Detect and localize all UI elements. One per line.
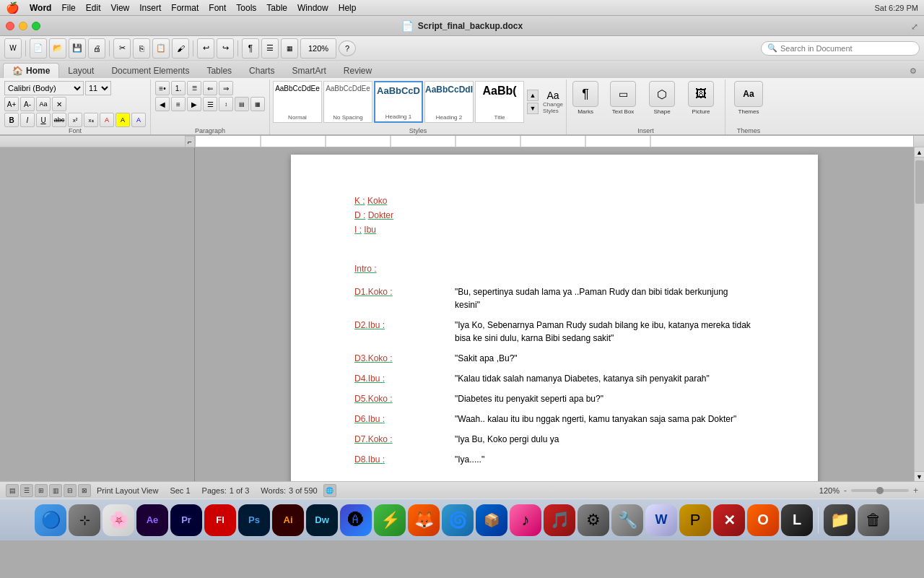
highlight-btn[interactable]: A xyxy=(116,113,130,127)
document-area[interactable]: K : Koko D : Dokter I : Ibu Intro : xyxy=(195,147,914,481)
subscript-btn[interactable]: x₂ xyxy=(84,113,98,127)
dock-item-gray1[interactable]: 🔧 xyxy=(611,504,643,536)
line-spacing-btn[interactable]: ↕ xyxy=(219,97,233,111)
strikethrough-btn[interactable]: abc xyxy=(52,113,66,127)
font-name-select[interactable]: Calibri (Body) xyxy=(4,81,84,95)
themes-insert-btn[interactable]: Aa Themes xyxy=(730,81,767,115)
minimize-button[interactable] xyxy=(19,22,27,30)
align-center-btn[interactable]: ≡ xyxy=(171,97,186,111)
menu-edit[interactable]: Edit xyxy=(86,3,101,13)
zoom-select[interactable]: 120% xyxy=(300,38,336,59)
justify-btn[interactable]: ☰ xyxy=(203,97,217,111)
ribbon-options-btn[interactable]: ⚙ xyxy=(905,64,921,78)
zoom-slider-track[interactable] xyxy=(851,489,909,492)
dock-item-red[interactable]: 🎵 xyxy=(544,504,575,536)
decrease-indent-btn[interactable]: ⇐ xyxy=(203,81,217,95)
grow-font-btn[interactable]: A+ xyxy=(4,97,19,111)
zoom-minus-btn[interactable]: - xyxy=(844,486,847,496)
menu-word[interactable]: Word xyxy=(30,3,51,13)
tab-review[interactable]: Review xyxy=(335,64,380,78)
scroll-thumb[interactable] xyxy=(915,160,924,204)
dock-item-X[interactable]: ✕ xyxy=(713,504,745,536)
underline-btn[interactable]: U xyxy=(36,113,51,127)
dock-photos[interactable]: 🌸 xyxy=(103,504,134,536)
dock-photoshop[interactable]: Ps xyxy=(238,504,270,536)
scroll-down-arrow[interactable]: ▼ xyxy=(915,471,925,481)
textbox-insert-btn[interactable]: ▭ Text Box xyxy=(606,81,640,115)
apple-menu[interactable]: 🍎 xyxy=(6,1,19,14)
menu-font[interactable]: Font xyxy=(209,3,226,13)
dock-mail[interactable]: 📁 xyxy=(824,504,855,536)
style-title[interactable]: AaBb( Title xyxy=(475,81,524,123)
help-btn[interactable]: ? xyxy=(339,40,356,56)
format-painter-btn[interactable]: 🖌 xyxy=(172,38,189,59)
italic-btn[interactable]: I xyxy=(20,113,35,127)
dock-appstore[interactable]: 🅐 xyxy=(340,504,372,536)
menu-tools[interactable]: Tools xyxy=(236,3,256,13)
dock-firefox[interactable]: 🦊 xyxy=(408,504,440,536)
dock-trash[interactable]: 🗑 xyxy=(858,504,889,536)
dock-item-blue2[interactable]: 🌀 xyxy=(442,504,474,536)
shrink-font-btn[interactable]: A- xyxy=(20,97,35,111)
view-mode-4[interactable]: ▥ xyxy=(49,484,62,497)
undo-btn[interactable]: ↩ xyxy=(197,38,214,59)
paragraph-icon-btn[interactable]: ¶ Marks xyxy=(571,81,600,115)
print-btn[interactable]: 🖨 xyxy=(88,38,105,59)
scroll-up-arrow[interactable]: ▲ xyxy=(915,147,925,158)
resize-icon[interactable]: ⤢ xyxy=(911,22,918,32)
tab-charts[interactable]: Charts xyxy=(240,64,283,78)
dock-finder[interactable]: 🔵 xyxy=(35,504,66,536)
menu-insert[interactable]: Insert xyxy=(139,3,161,13)
change-styles-btn[interactable]: Aa ChangeStyles xyxy=(543,90,563,114)
dock-itunes[interactable]: ♪ xyxy=(510,504,541,536)
menu-table[interactable]: Table xyxy=(266,3,287,13)
paragraph-marks-btn[interactable]: ¶ xyxy=(242,38,259,59)
clear-format-btn[interactable]: ✕ xyxy=(52,97,66,111)
redo-btn[interactable]: ↪ xyxy=(217,38,234,59)
tab-layout[interactable]: Layout xyxy=(59,64,103,78)
paste-btn[interactable]: 📋 xyxy=(152,38,170,59)
menu-help[interactable]: Help xyxy=(339,3,357,13)
style-h2[interactable]: AaBbCcDdI Heading 2 xyxy=(424,81,474,123)
style-nospace[interactable]: AaBbCcDdEe No Spacing xyxy=(323,81,372,123)
styles-scroll-up[interactable]: ▲ ▼ xyxy=(527,90,539,114)
dock-dreamweaver[interactable]: Dw xyxy=(306,504,338,536)
font-color2-btn[interactable]: A xyxy=(131,113,146,127)
dock-flash[interactable]: Fl xyxy=(204,504,236,536)
font-color-btn[interactable]: A xyxy=(100,113,114,127)
numbering-btn[interactable]: 1. xyxy=(171,81,186,95)
save-btn[interactable]: 💾 xyxy=(69,38,86,59)
shading-btn[interactable]: ▤ xyxy=(235,97,249,111)
close-button[interactable] xyxy=(6,22,14,30)
vertical-scrollbar[interactable]: ▲ ▼ xyxy=(914,147,924,481)
tab-home[interactable]: 🏠 Home xyxy=(3,63,59,78)
dock-virtualbox[interactable]: 📦 xyxy=(476,504,507,536)
view-btn[interactable]: ☰ xyxy=(261,38,279,59)
view-mode-1[interactable]: ▤ xyxy=(6,484,19,497)
tab-smartart[interactable]: SmartArt xyxy=(283,64,334,78)
menu-window[interactable]: Window xyxy=(297,3,328,13)
language-icon[interactable]: 🌐 xyxy=(323,484,336,497)
tab-tables[interactable]: Tables xyxy=(198,64,240,78)
picture-insert-btn[interactable]: 🖼 Picture xyxy=(684,81,718,115)
dock-premiere[interactable]: Pr xyxy=(170,504,202,536)
dock-item-green[interactable]: ⚡ xyxy=(374,504,406,536)
dock-system-prefs[interactable]: ⚙ xyxy=(578,504,609,536)
dock-item-W[interactable]: W xyxy=(645,504,677,536)
menu-view[interactable]: View xyxy=(110,3,129,13)
view-mode-5[interactable]: ⊟ xyxy=(64,484,77,497)
multilevel-btn[interactable]: ☰ xyxy=(187,81,201,95)
copy-btn[interactable]: ⎘ xyxy=(133,38,150,59)
cut-btn[interactable]: ✂ xyxy=(113,38,131,59)
view-mode-3[interactable]: ⊞ xyxy=(35,484,48,497)
font-size-select[interactable]: 11 xyxy=(85,81,111,95)
menu-format[interactable]: Format xyxy=(171,3,199,13)
bullets-btn[interactable]: ≡• xyxy=(155,81,170,95)
dock-item-L[interactable]: L xyxy=(781,504,813,536)
view-mode-6[interactable]: ⊠ xyxy=(78,484,91,497)
zoom-plus-btn[interactable]: + xyxy=(913,486,918,496)
dock-illustrator[interactable]: Ai xyxy=(272,504,304,536)
style-h1[interactable]: AaBbCcD Heading 1 xyxy=(374,81,423,123)
maximize-button[interactable] xyxy=(32,22,40,30)
dock-item-O[interactable]: O xyxy=(747,504,779,536)
